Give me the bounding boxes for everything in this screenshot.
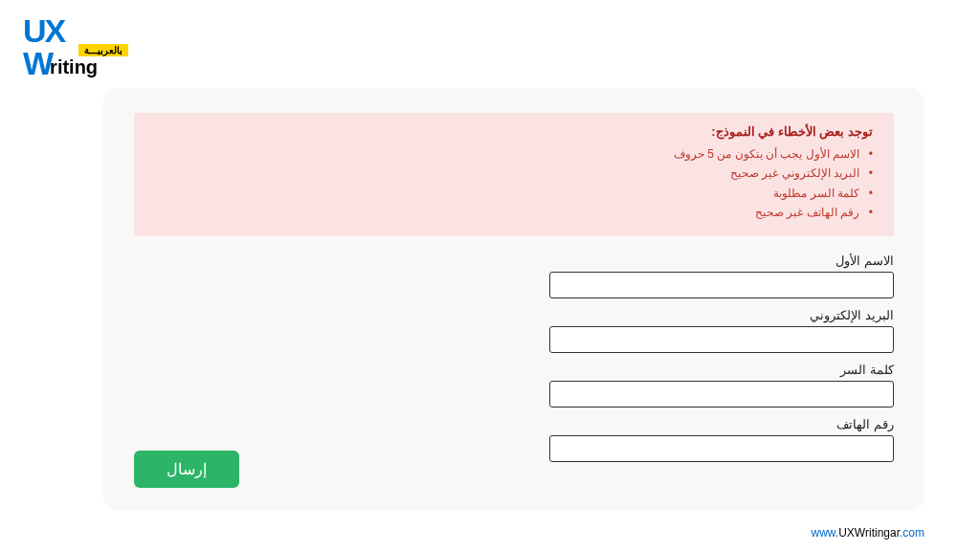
logo-arabic-tag: بالعربيـــة	[78, 44, 128, 56]
footer-link[interactable]: www.UXWritingar.com	[812, 526, 924, 540]
footer-prefix: www.	[812, 526, 839, 540]
logo-w-text: W	[23, 45, 52, 82]
first-name-input[interactable]	[549, 272, 894, 298]
error-list: الاسم الأول يجب أن يتكون من 5 حروف البري…	[155, 144, 873, 223]
footer-domain: UXWritingar	[838, 526, 900, 540]
footer-suffix: .com	[900, 526, 924, 540]
error-panel: توجد بعض الأخطاء في النموذج: الاسم الأول…	[134, 113, 894, 236]
error-item: الاسم الأول يجب أن يتكون من 5 حروف	[155, 144, 873, 164]
field-group-email: البريد الإلكتروني	[549, 308, 894, 353]
phone-input[interactable]	[549, 435, 894, 462]
error-item: كلمة السر مطلوبة	[155, 184, 873, 203]
error-title: توجد بعض الأخطاء في النموذج:	[155, 124, 873, 139]
form-container: توجد بعض الأخطاء في النموذج: الاسم الأول…	[103, 88, 924, 511]
email-input[interactable]	[549, 326, 894, 353]
error-item: رقم الهاتف غير صحيح	[155, 203, 873, 222]
phone-label: رقم الهاتف	[549, 417, 894, 431]
logo-riting-text: riting	[50, 56, 98, 78]
logo-ux-text: UX	[23, 17, 98, 45]
email-label: البريد الإلكتروني	[549, 308, 894, 322]
brand-logo: UX W riting بالعربيـــة	[23, 17, 98, 82]
password-label: كلمة السر	[549, 363, 894, 377]
field-group-password: كلمة السر	[549, 363, 894, 408]
password-input[interactable]	[549, 381, 894, 408]
fields-wrapper: الاسم الأول البريد الإلكتروني كلمة السر …	[549, 253, 894, 462]
field-group-first-name: الاسم الأول	[549, 253, 894, 298]
submit-button[interactable]: إرسال	[134, 451, 239, 488]
field-group-phone: رقم الهاتف	[549, 417, 894, 462]
first-name-label: الاسم الأول	[549, 253, 894, 268]
error-item: البريد الإلكتروني غير صحيح	[155, 164, 873, 183]
